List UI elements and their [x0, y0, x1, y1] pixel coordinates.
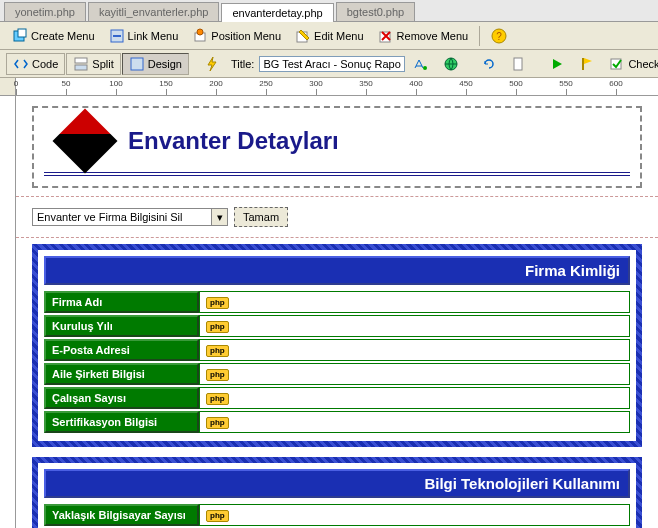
data-table: Firma AdıphpKuruluş YılıphpE-Posta Adres… — [44, 289, 630, 435]
design-icon — [129, 56, 145, 72]
file-mgmt-button[interactable] — [505, 53, 533, 75]
row-value: php — [199, 504, 630, 526]
logo-icon — [52, 108, 117, 173]
spellcheck-button[interactable] — [407, 53, 435, 75]
check-button[interactable]: Check — [603, 53, 658, 75]
code-icon — [13, 56, 29, 72]
refresh-button[interactable] — [475, 53, 503, 75]
page-title: Envanter Detayları — [128, 127, 339, 155]
design-canvas[interactable]: Envanter Detayları ▾ Tamam Firma Kimliği… — [16, 96, 658, 528]
row-label: Kuruluş Yılı — [44, 315, 199, 337]
row-label: Firma Adı — [44, 291, 199, 313]
title-input[interactable] — [259, 56, 405, 72]
horizontal-ruler: 050100150200250300350400450500550600650 — [0, 78, 658, 96]
server-behavior-button[interactable] — [198, 53, 226, 75]
link-menu-icon — [109, 28, 125, 44]
edit-menu-button[interactable]: Edit Menu — [289, 25, 370, 47]
row-label: Aile Şirketi Bilgisi — [44, 363, 199, 385]
row-value: php — [199, 387, 630, 409]
action-form: ▾ Tamam — [32, 207, 642, 227]
create-menu-button[interactable]: Create Menu — [6, 25, 101, 47]
tab-bgtest0[interactable]: bgtest0.php — [336, 2, 416, 21]
debug-button[interactable] — [573, 53, 601, 75]
vertical-ruler — [0, 96, 16, 528]
separator — [479, 26, 480, 46]
table-row: Yaklaşık Bilgisayar Sayısıphp — [44, 504, 630, 526]
php-badge-icon: php — [206, 393, 229, 405]
view-toolbar: Code Split Design Title: Check — [0, 50, 658, 78]
divider — [16, 237, 658, 238]
position-menu-icon — [192, 28, 208, 44]
code-view-button[interactable]: Code — [6, 53, 65, 75]
table-row: E-Posta Adresiphp — [44, 339, 630, 361]
menu-toolbar: Create Menu Link Menu Position Menu Edit… — [0, 22, 658, 50]
row-value: php — [199, 363, 630, 385]
tab-yonetim[interactable]: yonetim.php — [4, 2, 86, 21]
php-badge-icon: php — [206, 417, 229, 429]
tab-envanterdetay[interactable]: envanterdetay.php — [221, 3, 333, 22]
check-label: Check — [628, 58, 658, 70]
svg-rect-14 — [514, 58, 522, 70]
remove-menu-button[interactable]: Remove Menu — [372, 25, 475, 47]
code-label: Code — [32, 58, 58, 70]
php-badge-icon: php — [206, 345, 229, 357]
svg-rect-10 — [75, 65, 87, 70]
position-menu-label: Position Menu — [211, 30, 281, 42]
panel-title: Firma Kimliği — [44, 256, 630, 285]
table-row: Aile Şirketi Bilgisiphp — [44, 363, 630, 385]
create-menu-icon — [12, 28, 28, 44]
split-icon — [73, 56, 89, 72]
header-table: Envanter Detayları — [32, 106, 642, 188]
divider — [16, 196, 658, 197]
remove-menu-label: Remove Menu — [397, 30, 469, 42]
row-value: php — [199, 339, 630, 361]
edit-menu-label: Edit Menu — [314, 30, 364, 42]
preview-button[interactable] — [437, 53, 465, 75]
action-select[interactable]: ▾ — [32, 208, 228, 226]
data-table: Yaklaşık Bilgisayar SayısıphpYazılım Alt… — [44, 502, 630, 528]
dropdown-icon[interactable]: ▾ — [212, 208, 228, 226]
design-label: Design — [148, 58, 182, 70]
table-row: Sertifikasyon Bilgisiphp — [44, 411, 630, 433]
svg-rect-9 — [75, 58, 87, 63]
svg-text:?: ? — [496, 31, 502, 42]
edit-menu-icon — [295, 28, 311, 44]
svg-point-12 — [423, 66, 427, 70]
row-label: Sertifikasyon Bilgisi — [44, 411, 199, 433]
refresh-icon — [481, 56, 497, 72]
file-icon — [511, 56, 527, 72]
position-menu-button[interactable]: Position Menu — [186, 25, 287, 47]
create-menu-label: Create Menu — [31, 30, 95, 42]
flag-icon — [579, 56, 595, 72]
title-label: Title: — [231, 58, 254, 70]
php-badge-icon: php — [206, 321, 229, 333]
check-icon — [609, 56, 625, 72]
table-row: Kuruluş Yılıphp — [44, 315, 630, 337]
file-tabs: yonetim.php kayitli_envanterler.php enva… — [0, 0, 658, 22]
play-icon — [549, 56, 565, 72]
php-badge-icon: php — [206, 369, 229, 381]
svg-point-4 — [197, 29, 203, 35]
validate-button[interactable] — [543, 53, 571, 75]
row-label: Çalışan Sayısı — [44, 387, 199, 409]
table-row: Firma Adıphp — [44, 291, 630, 313]
row-value: php — [199, 411, 630, 433]
panel: Firma KimliğiFirma AdıphpKuruluş Yılıphp… — [32, 244, 642, 447]
action-select-field[interactable] — [32, 208, 212, 226]
help-icon: ? — [491, 28, 507, 44]
lightning-icon — [204, 56, 220, 72]
svg-rect-15 — [582, 58, 584, 70]
link-menu-button[interactable]: Link Menu — [103, 25, 185, 47]
help-button[interactable]: ? — [485, 25, 513, 47]
row-label: E-Posta Adresi — [44, 339, 199, 361]
svg-rect-11 — [131, 58, 143, 70]
panel-title: Bilgi Teknolojileri Kullanımı — [44, 469, 630, 498]
submit-button[interactable]: Tamam — [234, 207, 288, 227]
split-view-button[interactable]: Split — [66, 53, 120, 75]
svg-rect-1 — [18, 29, 26, 37]
split-label: Split — [92, 58, 113, 70]
tab-kayitli[interactable]: kayitli_envanterler.php — [88, 2, 219, 21]
design-view-button[interactable]: Design — [122, 53, 189, 75]
globe-icon — [443, 56, 459, 72]
row-label: Yaklaşık Bilgisayar Sayısı — [44, 504, 199, 526]
